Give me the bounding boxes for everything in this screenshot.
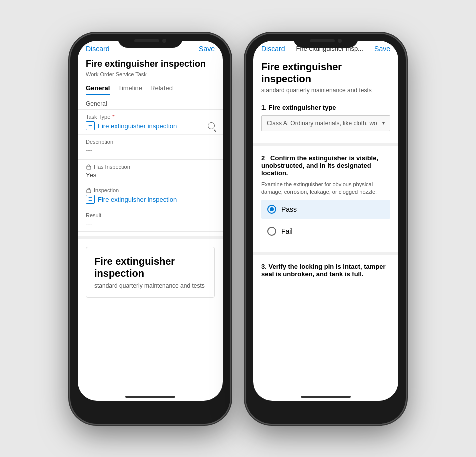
- section-general-label: General: [78, 95, 223, 109]
- tab-bar-1: General Timeline Related: [78, 81, 223, 95]
- question-2: 2 Confirm the extinguisher is visible, u…: [253, 150, 398, 248]
- question-1: 1. Fire extinguisher type Class A: Ordin…: [253, 100, 398, 139]
- q2-desc: Examine the extinguisher for obvious phy…: [261, 181, 390, 196]
- result-value: ---: [86, 220, 215, 227]
- question-3: 3. Verify the locking pin is intact, tam…: [253, 259, 398, 286]
- save-button-1[interactable]: Save: [199, 45, 215, 53]
- svg-rect-1: [87, 190, 91, 193]
- home-indicator-1: [125, 396, 175, 398]
- save-button-2[interactable]: Save: [374, 45, 390, 53]
- tab-general[interactable]: General: [86, 81, 110, 95]
- content-desc-2: standard quarterly maintenance and tests: [253, 87, 398, 100]
- separator-3: [253, 252, 398, 255]
- phone-1-content: Discard Save Fire extinguisher inspectio…: [78, 41, 223, 386]
- dropdown-arrow-1: ▾: [382, 120, 385, 126]
- inspection-group: Has Inspection Yes Inspection ☰: [78, 159, 223, 232]
- q2-label: 2 Confirm the extinguisher is visible, u…: [261, 154, 390, 177]
- task-type-icon: ☰: [86, 121, 95, 130]
- inspection-label: Inspection: [86, 187, 215, 193]
- phone-2-content: Discard Fire extinguisher insp... Save F…: [253, 41, 398, 386]
- phone-1: Discard Save Fire extinguisher inspectio…: [70, 34, 230, 424]
- radio-pass-label: Pass: [281, 205, 297, 213]
- separator-2: [253, 143, 398, 146]
- description-label: Description: [86, 139, 215, 145]
- phone-2: Discard Fire extinguisher insp... Save F…: [246, 34, 406, 424]
- radio-pass[interactable]: Pass: [261, 200, 390, 219]
- phone-notch-2: [293, 34, 358, 48]
- page-subtitle-1: Work Order Service Task: [78, 70, 223, 81]
- task-type-value[interactable]: ☰ Fire extinguisher inspection: [86, 121, 177, 130]
- q1-label: 1. Fire extinguisher type: [261, 104, 390, 111]
- field-group-1: Task Type * ☰ Fire extinguisher inspecti…: [78, 109, 223, 158]
- inspection-value[interactable]: ☰ Fire extinguisher inspection: [86, 195, 215, 204]
- q1-dropdown[interactable]: Class A: Ordinary materials, like cloth,…: [261, 115, 390, 131]
- content-title-2: Fire extinguisher inspection: [253, 57, 398, 87]
- phone-2-screen: Discard Fire extinguisher insp... Save F…: [253, 41, 398, 401]
- preview-subtitle-1: standard quarterly maintenance and tests: [94, 282, 206, 289]
- inspection-field: Inspection ☰ Fire extinguisher inspectio…: [78, 183, 223, 208]
- preview-card-1: Fire extinguisher inspection standard qu…: [86, 247, 215, 298]
- separator-1: [78, 236, 223, 239]
- notch-camera: [162, 39, 166, 43]
- lock-icon-1: [86, 164, 92, 170]
- preview-title-1: Fire extinguisher inspection: [94, 255, 206, 279]
- description-field: Description ---: [78, 135, 223, 158]
- phone-notch-1: [118, 34, 183, 48]
- has-inspection-label: Has Inspection: [86, 164, 215, 170]
- inspection-icon: ☰: [86, 195, 95, 204]
- result-field: Result ---: [78, 208, 223, 231]
- search-icon-1[interactable]: [208, 122, 215, 129]
- tab-timeline[interactable]: Timeline: [118, 81, 142, 95]
- description-value: ---: [86, 146, 215, 154]
- q3-label: 3. Verify the locking pin is intact, tam…: [261, 263, 390, 278]
- page-title-1: Fire extinguisher inspection: [78, 57, 223, 71]
- required-indicator: *: [112, 114, 114, 120]
- discard-button-1[interactable]: Discard: [86, 45, 109, 53]
- task-type-label: Task Type *: [86, 114, 215, 120]
- has-inspection-value: Yes: [86, 171, 215, 179]
- task-type-field: Task Type * ☰ Fire extinguisher inspecti…: [78, 110, 223, 135]
- notch-camera-2: [338, 39, 342, 43]
- has-inspection-field: Has Inspection Yes: [78, 160, 223, 183]
- radio-circle-pass: [267, 205, 276, 214]
- phone-1-screen: Discard Save Fire extinguisher inspectio…: [78, 41, 223, 401]
- discard-button-2[interactable]: Discard: [261, 45, 285, 53]
- radio-circle-fail: [267, 227, 276, 236]
- tab-related[interactable]: Related: [150, 81, 173, 95]
- radio-fail-label: Fail: [281, 227, 293, 235]
- result-label: Result: [86, 212, 215, 218]
- task-type-row: ☰ Fire extinguisher inspection: [86, 121, 215, 130]
- radio-fail[interactable]: Fail: [261, 222, 390, 241]
- home-indicator-2: [301, 396, 351, 398]
- lock-icon-2: [86, 187, 92, 193]
- notch-bar: [134, 39, 159, 42]
- notch-bar-2: [310, 39, 335, 42]
- svg-rect-0: [87, 166, 91, 169]
